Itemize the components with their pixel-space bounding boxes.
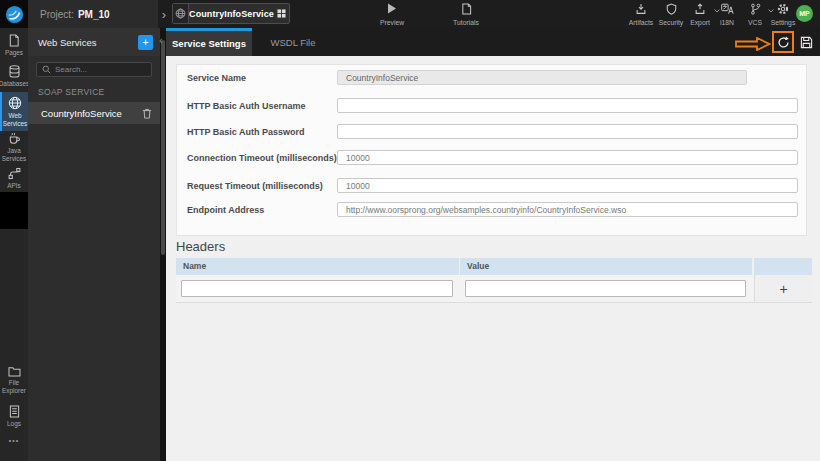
database-icon: [8, 65, 21, 78]
field-label: HTTP Basic Auth Password: [187, 127, 305, 137]
service-list-item-countryinfoservice[interactable]: CountryInfoService: [28, 102, 160, 124]
trash-icon[interactable]: [142, 108, 152, 119]
service-search-box[interactable]: [36, 62, 152, 77]
artifacts-button[interactable]: Artifacts: [627, 3, 655, 26]
project-breadcrumb[interactable]: Project: PM_10: [28, 0, 158, 28]
field-label: Connection Timeout (milliseconds): [187, 153, 337, 163]
web-services-panel: Web Services + SOAP SERVICE CountryInfoS…: [28, 28, 160, 461]
more-options-icon[interactable]: •••: [0, 437, 28, 444]
tab-service-settings[interactable]: Service Settings: [166, 28, 252, 56]
headers-table-row: +: [176, 275, 812, 303]
sidebar-item-label: Pages: [5, 49, 23, 57]
service-name: CountryInfoService: [41, 108, 142, 119]
security-label: Security: [659, 19, 684, 26]
request-timeout-field[interactable]: [337, 178, 798, 193]
vcs-label: VCS: [748, 19, 762, 26]
sidebar-item-label: APIs: [7, 182, 21, 190]
tab-wsdl-file[interactable]: WSDL File: [252, 28, 334, 56]
app-logo[interactable]: [0, 0, 28, 28]
sidebar-item-file-explorer[interactable]: File Explorer: [0, 366, 28, 394]
entity-tab-countryinfoservice[interactable]: CountryInfoService: [172, 3, 290, 24]
http-basic-auth-password-field[interactable]: [337, 124, 798, 139]
tutorials-button[interactable]: Tutorials: [446, 3, 486, 26]
top-bar: Project: PM_10 › CountryInfoService Prev…: [0, 0, 820, 28]
endpoint-address-field[interactable]: [337, 202, 798, 217]
save-floppy-icon: [800, 36, 813, 49]
project-name: PM_10: [78, 9, 110, 20]
sidebar-item-java-services[interactable]: Java Services: [0, 132, 28, 162]
service-name-field: [337, 70, 747, 85]
refresh-icon: [777, 36, 790, 49]
artifacts-label: Artifacts: [629, 19, 654, 26]
settings-label: Settings: [771, 19, 796, 26]
document-icon: [461, 3, 472, 15]
sidebar-item-label: Java Services: [0, 147, 28, 162]
sidebar-item-pages[interactable]: Pages: [0, 34, 28, 57]
i18n-button[interactable]: i18N: [714, 3, 740, 26]
sidebar-item-logs[interactable]: Logs: [0, 405, 28, 428]
translate-icon: [721, 3, 734, 15]
grid-icon[interactable]: [274, 9, 289, 18]
sidebar-item-label: Databases: [0, 80, 29, 88]
api-connector-icon: [8, 167, 21, 180]
form-row-auth-password: HTTP Basic Auth Password: [177, 124, 806, 140]
export-label: Export: [690, 19, 710, 26]
sidebar-item-label: Web Services: [2, 112, 28, 127]
connection-timeout-field[interactable]: [337, 150, 798, 165]
form-row-request-timeout: Request Timeout (milliseconds): [177, 178, 806, 194]
field-label: HTTP Basic Auth Username: [187, 101, 306, 111]
form-row-endpoint-address: Endpoint Address: [177, 202, 806, 218]
field-label: Request Timeout (milliseconds): [187, 181, 323, 191]
sidebar-separator: [0, 192, 28, 229]
form-row-service-name: Service Name: [177, 70, 806, 86]
add-service-button[interactable]: +: [138, 35, 153, 50]
field-label: Service Name: [187, 73, 246, 83]
download-icon: [635, 3, 647, 15]
pages-icon: [8, 34, 20, 47]
entity-tab-label: CountryInfoService: [189, 9, 274, 19]
headers-table-header: Name Value: [176, 258, 812, 275]
header-action-cell: +: [754, 275, 812, 302]
reload-service-button[interactable]: [772, 31, 794, 53]
headers-section-title: Headers: [176, 239, 225, 254]
panel-scrollbar-thumb[interactable]: [161, 40, 165, 255]
sidebar-item-web-services[interactable]: Web Services: [0, 92, 28, 131]
security-button[interactable]: Security: [656, 3, 686, 26]
headers-table: Name Value +: [176, 258, 812, 303]
sidebar-item-apis[interactable]: APIs: [0, 167, 28, 190]
column-header-name: Name: [176, 258, 459, 275]
export-menu[interactable]: Export: [686, 3, 714, 26]
search-input[interactable]: [55, 65, 146, 74]
header-name-cell: [176, 275, 460, 302]
preview-button[interactable]: Preview: [374, 3, 410, 26]
globe-icon: [173, 4, 189, 23]
folder-icon: [8, 366, 21, 377]
shield-icon: [666, 3, 677, 15]
play-icon: [387, 3, 397, 14]
branch-icon: [750, 3, 761, 15]
tutorials-label: Tutorials: [453, 19, 479, 26]
header-value-input[interactable]: [465, 280, 746, 297]
vcs-menu[interactable]: VCS: [742, 3, 768, 26]
search-icon: [42, 65, 51, 74]
preview-label: Preview: [380, 19, 404, 26]
http-basic-auth-username-field[interactable]: [337, 98, 798, 113]
save-button[interactable]: [798, 34, 814, 50]
annotation-arrow-icon: [735, 37, 771, 51]
header-name-input[interactable]: [181, 280, 453, 297]
settings-menu[interactable]: Settings: [768, 3, 798, 26]
sidebar-item-databases[interactable]: Databases: [0, 65, 28, 88]
sidebar-item-label: File Explorer: [0, 379, 28, 394]
sidebar-item-label: Logs: [7, 420, 21, 428]
upload-icon: [694, 3, 706, 15]
service-settings-form: Service Name HTTP Basic Auth Username HT…: [176, 64, 807, 236]
form-row-auth-username: HTTP Basic Auth Username: [177, 98, 806, 114]
panel-title: Web Services: [38, 37, 138, 48]
app-window: Project: PM_10 › CountryInfoService Prev…: [0, 0, 820, 461]
header-value-cell: [460, 275, 754, 302]
add-header-button[interactable]: +: [779, 282, 787, 296]
column-header-value: Value: [460, 258, 752, 275]
gear-icon: [777, 3, 789, 15]
column-header-actions: [754, 258, 812, 275]
user-avatar[interactable]: MP: [796, 5, 813, 22]
